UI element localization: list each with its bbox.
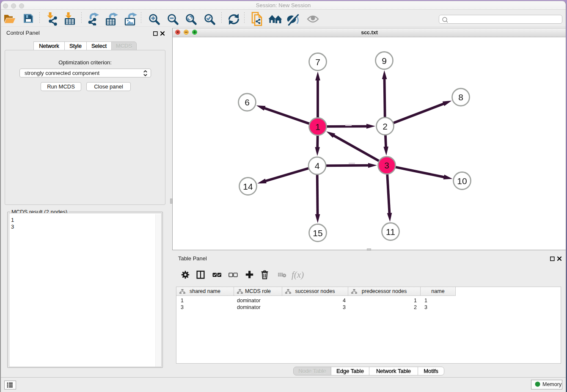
svg-text:4: 4 xyxy=(315,161,320,171)
svg-text:15: 15 xyxy=(313,228,322,238)
svg-text:7: 7 xyxy=(315,57,320,67)
svg-text:14: 14 xyxy=(243,182,253,191)
svg-text:10: 10 xyxy=(457,176,467,186)
svg-text:8: 8 xyxy=(458,92,463,102)
svg-text:1: 1 xyxy=(315,122,320,132)
svg-text:9: 9 xyxy=(382,56,387,66)
svg-text:2: 2 xyxy=(383,121,388,131)
svg-text:11: 11 xyxy=(386,227,395,237)
svg-text:6: 6 xyxy=(245,97,250,107)
svg-text:3: 3 xyxy=(384,160,389,170)
